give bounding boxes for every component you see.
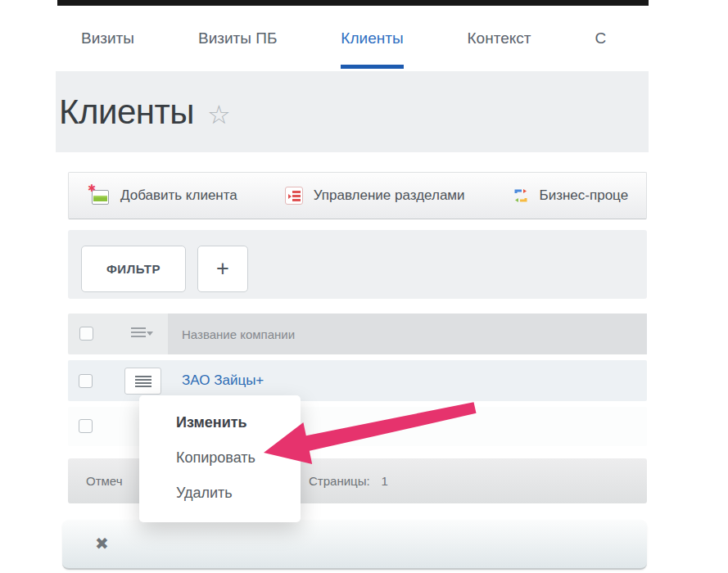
menu-item-delete[interactable]: Удалить (176, 476, 301, 511)
menu-item-edit[interactable]: Изменить (176, 405, 301, 440)
business-process-icon (513, 187, 529, 204)
business-process-button[interactable]: Бизнес-проце (513, 187, 629, 204)
row-checkbox[interactable] (79, 374, 93, 388)
add-client-label: Добавить клиента (120, 187, 237, 204)
bottom-action-panel: ✖ (62, 520, 647, 570)
add-filter-button[interactable]: + (197, 246, 248, 292)
nav-tabs: Визиты Визиты ПБ Клиенты Контекст С (57, 11, 649, 69)
page: Визиты Визиты ПБ Клиенты Контекст С Клие… (0, 0, 728, 573)
toolbar: ✱ Добавить клиента Управление разделами … (68, 172, 647, 219)
grid-header-controls-cell (68, 314, 168, 354)
pages-label: Страницы: (309, 474, 370, 488)
row-context-menu: Изменить Копировать Удалить (139, 395, 301, 522)
marked-count-text: Отмеч (86, 458, 123, 503)
top-black-bar (57, 0, 649, 6)
tab-vizity[interactable]: Визиты (81, 11, 134, 69)
page-title: Клиенты (59, 92, 194, 132)
row-checkbox[interactable] (79, 419, 93, 433)
tab-clipped[interactable]: С (595, 11, 606, 69)
chevron-down-icon (147, 332, 153, 336)
filter-button[interactable]: ФИЛЬТР (81, 246, 186, 292)
add-client-icon: ✱ (88, 186, 110, 205)
tab-kontekst[interactable]: Контекст (468, 11, 531, 69)
manage-sections-button[interactable]: Управление разделами (285, 187, 465, 205)
tab-vizity-pb[interactable]: Визиты ПБ (198, 11, 277, 69)
menu-item-copy[interactable]: Копировать (176, 440, 301, 476)
sections-icon (285, 187, 303, 205)
tab-klienty[interactable]: Клиенты (341, 11, 403, 69)
pages-value[interactable]: 1 (382, 474, 388, 488)
add-client-button[interactable]: ✱ Добавить клиента (88, 186, 237, 205)
filter-panel: ФИЛЬТР + (68, 230, 647, 299)
manage-sections-label: Управление разделами (314, 187, 465, 204)
company-column-header[interactable]: Название компании (168, 314, 647, 354)
row-menu-button[interactable] (124, 368, 161, 395)
grid-header-row: Название компании (68, 314, 647, 354)
favorite-star-icon[interactable]: ☆ (207, 99, 231, 130)
close-icon[interactable]: ✖ (95, 534, 109, 553)
title-band: Клиенты ☆ (56, 71, 649, 152)
header-menu-icon[interactable] (131, 327, 153, 341)
business-process-label: Бизнес-проце (540, 187, 629, 204)
select-all-checkbox[interactable] (79, 327, 93, 341)
